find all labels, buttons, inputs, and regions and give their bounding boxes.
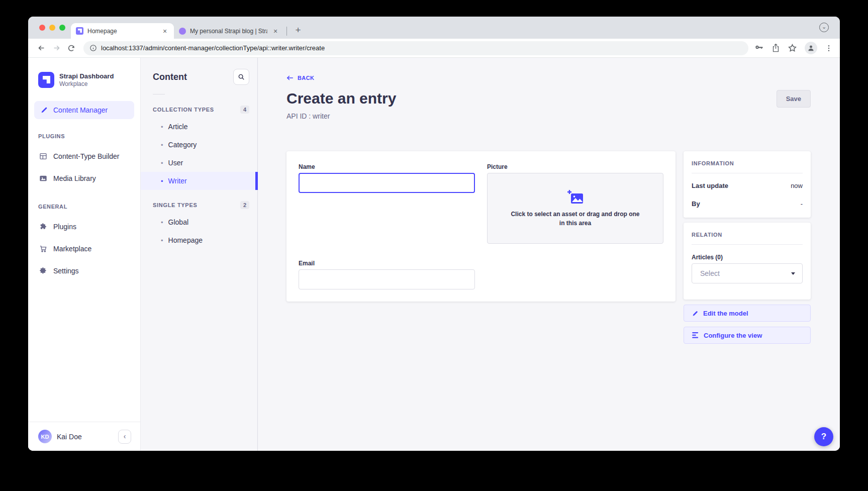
share-icon[interactable] [771,43,780,53]
password-key-icon[interactable] [754,43,764,53]
search-button[interactable] [233,69,249,85]
help-button[interactable]: ? [814,427,833,446]
chrome-profile-chevron-icon[interactable]: ⌄ [819,23,829,32]
layout-grid-icon [39,152,47,160]
name-input[interactable] [299,173,475,193]
pencil-icon [692,310,699,317]
tab-homepage[interactable]: Homepage × [71,23,174,39]
subnav-divider [153,94,165,94]
information-title: INFORMATION [692,160,803,166]
sidebar-item-marketplace[interactable]: Marketplace [28,238,140,260]
upload-hint-text: Click to select an asset or drag and dro… [509,210,642,228]
main-content: BACK Create an entry API ID : writer Sav… [258,58,840,451]
strapi-favicon-icon [76,27,83,35]
forward-nav-icon[interactable] [50,42,62,54]
back-nav-icon[interactable] [35,42,47,54]
sidebar-item-label: Settings [53,267,79,275]
subnav-item-global[interactable]: • Global [141,213,257,231]
address-bar[interactable]: localhost:1337/admin/content-manager/col… [83,41,748,55]
url-text[interactable]: localhost:1337/admin/content-manager/col… [101,44,325,52]
sidebar-section-plugins: PLUGINS [28,133,140,139]
pen-icon [40,106,48,114]
email-label: Email [299,260,475,267]
picture-label: Picture [487,163,663,170]
picture-upload-dropzone[interactable]: Click to select an asset or drag and dro… [487,173,663,244]
picture-icon [39,174,47,182]
bookmark-star-icon[interactable] [788,43,797,53]
blog-favicon-icon [179,28,186,35]
api-id-subtitle: API ID : writer [286,112,396,120]
chrome-menu-icon[interactable] [825,44,833,52]
articles-select[interactable]: Select [692,263,803,283]
sidebar-item-label: Marketplace [53,245,91,253]
tab-strip: Homepage × My personal Strapi blog | Str… [71,23,304,39]
zoom-window-button[interactable] [59,25,65,31]
layout-lines-icon [692,332,699,338]
chevron-down-icon [791,272,795,275]
back-link[interactable]: BACK [286,75,811,81]
by-row: By - [692,200,803,208]
search-icon [238,73,245,80]
sidebar-item-media-library[interactable]: Media Library [28,167,140,189]
minimize-window-button[interactable] [49,25,55,31]
site-info-icon[interactable] [89,44,97,52]
subnav-item-user[interactable]: • User [141,154,257,172]
last-update-value: now [791,182,803,189]
collection-types-count-badge: 4 [240,106,249,114]
sidebar-section-general: GENERAL [28,204,140,210]
cart-icon [39,245,47,253]
app-title: Strapi Dashboard [59,72,114,80]
brand-block[interactable]: Strapi Dashboard Workplace [28,58,140,98]
last-update-row: Last update now [692,182,803,189]
strapi-logo-icon [38,72,54,88]
sidebar-item-label: Content-Type Builder [53,152,120,160]
picture-field: Picture Click to select an asset or drag… [487,163,663,244]
subnav-item-article[interactable]: • Article [141,118,257,136]
edit-model-button[interactable]: Edit the model [684,305,811,322]
subnav-item-category[interactable]: • Category [141,136,257,154]
articles-relation-label: Articles (0) [692,254,803,261]
tab-title: My personal Strapi blog | Strap [190,28,267,35]
chrome-avatar-icon[interactable] [805,42,817,54]
divider [692,244,803,245]
strapi-app: Strapi Dashboard Workplace Content Manag… [28,58,840,451]
save-button[interactable]: Save [777,90,811,108]
sidebar-item-settings[interactable]: Settings [28,260,140,282]
subnav-item-homepage[interactable]: • Homepage [141,231,257,249]
user-row: KD Kai Doe ‹ [28,422,140,451]
name-label: Name [299,163,475,170]
subnav-item-writer[interactable]: • Writer [141,172,257,190]
browser-window: Homepage × My personal Strapi blog | Str… [28,17,840,451]
user-avatar[interactable]: KD [38,430,52,443]
refresh-icon[interactable] [65,42,77,54]
close-tab-icon[interactable]: × [271,27,279,35]
email-field: Email [299,260,475,289]
sidebar-item-plugins[interactable]: Plugins [28,216,140,238]
collapse-sidebar-button[interactable]: ‹ [118,430,131,444]
configure-view-button[interactable]: Configure the view [684,327,811,344]
sidebar-item-content-type-builder[interactable]: Content-Type Builder [28,145,140,167]
by-value: - [801,200,803,208]
page-title: Create an entry [286,90,396,107]
app-subtitle: Workplace [59,80,114,87]
user-name: Kai Doe [57,433,113,441]
toolbar-icons [754,42,833,54]
main-sidebar: Strapi Dashboard Workplace Content Manag… [28,58,141,451]
new-tab-button[interactable]: + [292,24,304,36]
entry-form-card: Name Picture Click to select [286,151,676,302]
close-tab-icon[interactable]: × [161,27,169,35]
browser-toolbar: localhost:1337/admin/content-manager/col… [28,39,840,58]
back-arrow-icon [286,75,294,81]
information-card: INFORMATION Last update now By - [684,151,811,218]
relation-card: RELATION Articles (0) Select [684,223,811,300]
puzzle-icon [39,223,47,231]
close-window-button[interactable] [39,25,45,31]
sidebar-item-content-manager[interactable]: Content Manager [34,101,134,119]
tab-strapi-blog[interactable]: My personal Strapi blog | Strap × [174,23,284,39]
email-input[interactable] [299,269,475,289]
tab-divider [286,27,287,36]
single-types-header: SINGLE TYPES 2 [141,201,257,209]
subnav-title: Content [153,72,187,82]
content-subnav: Content COLLECTION TYPES 4 • Article • C… [141,58,258,451]
name-field: Name [299,163,475,244]
